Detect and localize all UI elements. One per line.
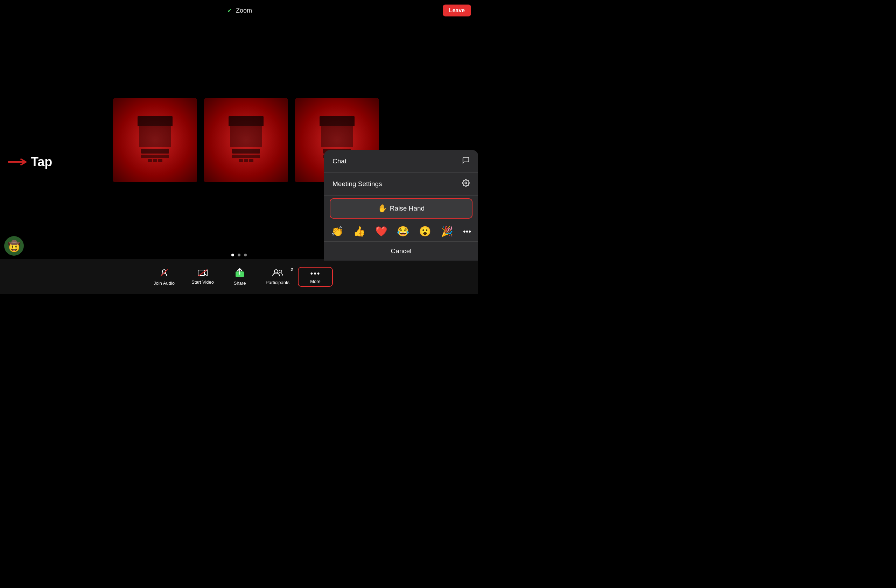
tap-text: Tap — [31, 155, 52, 169]
start-video-label: Start Video — [192, 280, 214, 285]
app-title: Zoom — [236, 7, 252, 14]
svg-point-7 — [465, 182, 467, 184]
more-icon: ••• — [310, 270, 320, 277]
avatar-emoji: 🤠 — [8, 240, 21, 252]
reaction-wow[interactable]: 😮 — [419, 226, 431, 237]
video-tile-1 — [113, 98, 197, 182]
meeting-settings-label: Meeting Settings — [332, 180, 382, 188]
video-tile-2 — [204, 98, 288, 182]
join-audio-icon — [159, 268, 169, 279]
svg-rect-2 — [198, 270, 204, 276]
chat-icon — [462, 156, 470, 166]
reaction-clap[interactable]: 👏 — [331, 226, 343, 237]
page-dot-3 — [244, 254, 247, 257]
reaction-laugh[interactable]: 😂 — [397, 226, 409, 237]
svg-point-6 — [279, 270, 282, 273]
cancel-label: Cancel — [391, 247, 411, 255]
reactions-row: 👏 👍 ❤️ 😂 😮 🎉 ••• — [324, 222, 478, 242]
cancel-row[interactable]: Cancel — [324, 242, 478, 261]
reaction-thumbs-up[interactable]: 👍 — [353, 226, 366, 237]
page-dot-2 — [238, 254, 241, 257]
meeting-settings-menu-item[interactable]: Meeting Settings — [324, 173, 478, 196]
page-dot-1 — [232, 254, 234, 257]
top-bar: ✔ Zoom Leave — [0, 0, 478, 21]
start-video-button[interactable]: Start Video — [183, 266, 222, 287]
pagination — [232, 254, 247, 257]
participant-avatar-1 — [134, 116, 176, 165]
settings-icon — [462, 179, 470, 189]
tap-instruction: Tap — [7, 155, 52, 169]
participants-badge: 2 — [291, 267, 293, 272]
participants-label: Participants — [266, 280, 290, 285]
reaction-heart[interactable]: ❤️ — [375, 226, 387, 237]
reaction-party[interactable]: 🎉 — [441, 226, 453, 237]
leave-button[interactable]: Leave — [443, 5, 471, 17]
bottom-toolbar: Join Audio Start Video Share — [0, 259, 478, 294]
join-audio-button[interactable]: Join Audio — [145, 265, 183, 289]
reaction-more-button[interactable]: ••• — [463, 227, 471, 236]
shield-icon: ✔ — [226, 7, 233, 14]
start-video-icon — [198, 269, 207, 278]
chat-menu-item[interactable]: Chat — [324, 150, 478, 173]
raise-hand-button[interactable]: ✋ Raise Hand — [330, 198, 472, 219]
share-label: Share — [234, 281, 246, 286]
more-label: More — [310, 279, 321, 284]
participant-avatar-2 — [225, 116, 267, 165]
user-avatar: 🤠 — [4, 236, 24, 256]
participants-button[interactable]: 2 Participants — [257, 266, 298, 288]
raise-hand-emoji: ✋ — [378, 204, 387, 213]
share-icon — [235, 268, 245, 279]
raise-hand-label: Raise Hand — [390, 205, 425, 212]
more-menu: Chat Meeting Settings ✋ Raise Hand 👏 👍 ❤… — [324, 150, 478, 261]
join-audio-label: Join Audio — [154, 281, 175, 286]
participants-icon — [272, 269, 283, 278]
chat-label: Chat — [332, 157, 346, 165]
more-button[interactable]: ••• More — [298, 267, 333, 287]
share-button[interactable]: Share — [222, 265, 257, 289]
zoom-title: ✔ Zoom — [226, 7, 252, 14]
arrow-icon — [7, 158, 28, 166]
